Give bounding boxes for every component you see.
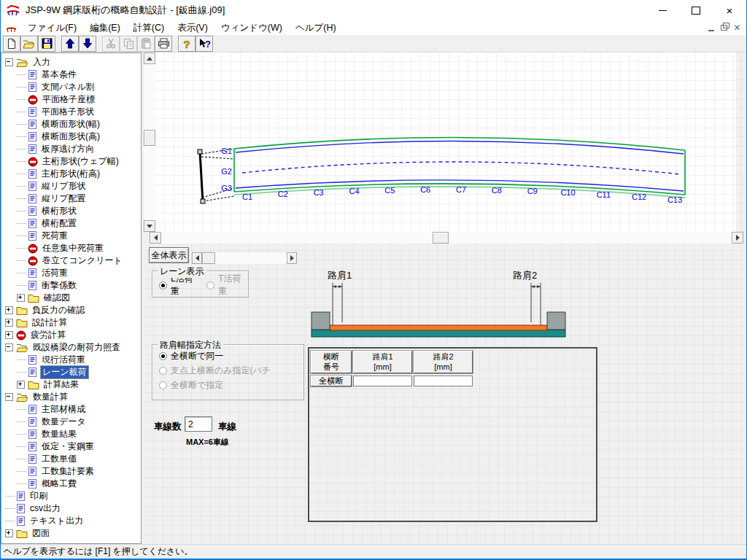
tree-item-label[interactable]: 支間パネル割 [40, 81, 96, 93]
tree-item-label[interactable]: 平面格子形状 [40, 106, 96, 118]
tree-item-label[interactable]: 活荷重 [40, 267, 69, 279]
tree-item-19[interactable]: 確認図 [1, 292, 141, 304]
radio-0[interactable]: 全横断で同一 [159, 350, 303, 362]
tree-item-label[interactable]: csv出力 [28, 502, 62, 515]
tree-item-34[interactable]: 概略工費 [1, 478, 141, 490]
tree-item-24[interactable]: 現行活荷重 [1, 354, 141, 366]
tree-item-1[interactable]: 基本条件 [1, 69, 141, 81]
tree-item-label[interactable]: 横断面形状(高) [40, 131, 101, 143]
tree-item-28[interactable]: 主部材構成 [1, 403, 141, 416]
tree-item-12[interactable]: 横桁形状 [1, 205, 141, 217]
tree-item-37[interactable]: テキスト出力 [1, 515, 141, 527]
tree-item-label[interactable]: 平面格子座標 [41, 93, 96, 106]
tree-item-label[interactable]: 数量計算 [31, 391, 69, 403]
tree-item-label[interactable]: 死荷重 [40, 230, 69, 242]
tree-item-label[interactable]: 縦リブ形状 [40, 180, 88, 192]
scroll-down-button[interactable] [144, 220, 155, 232]
tree-item-20[interactable]: 負反力の確認 [1, 304, 141, 316]
maximize-button[interactable] [679, 0, 713, 20]
menu-item-1[interactable]: 編集(E) [83, 20, 127, 36]
tree-item-5[interactable]: 横断面形状(幅) [1, 118, 141, 131]
fit-view-button[interactable]: 全体表示 [149, 247, 189, 263]
lane-count-input[interactable] [185, 416, 212, 432]
tree-item-38[interactable]: 図面 [1, 527, 141, 540]
bridge-plan-canvas[interactable]: G1G2G3C1C2C3C4C5C6C7C8C9C10C11C12C13 [155, 52, 736, 232]
save-button[interactable] [38, 36, 55, 52]
tree-item-label[interactable]: 任意集中死荷重 [41, 242, 105, 254]
tree-item-label[interactable]: 板厚逃げ方向 [40, 143, 96, 155]
menu-item-4[interactable]: ウィンドウ(W) [214, 20, 289, 36]
radio-button-icon[interactable] [159, 352, 167, 360]
tree-item-8[interactable]: 主桁形状(ウェブ幅) [1, 155, 141, 168]
print-button[interactable] [155, 36, 172, 52]
tree-item-3[interactable]: 平面格子座標 [1, 93, 141, 106]
tree-item-label[interactable]: 縦リブ配置 [40, 192, 88, 205]
tree-item-16[interactable]: 巻立てコンクリート [1, 254, 141, 267]
tree-item-2[interactable]: 支間パネル割 [1, 81, 141, 93]
open-button[interactable] [20, 36, 38, 52]
mdi-restore-button[interactable] [718, 23, 730, 33]
radio-button-icon[interactable] [159, 281, 167, 289]
zoom-left-button[interactable] [192, 252, 202, 264]
expand-plus-icon[interactable] [5, 306, 13, 314]
tree-item-label[interactable]: 図面 [31, 527, 51, 540]
collapse-minus-icon[interactable] [5, 58, 13, 66]
tree-item-31[interactable]: 仮定・実鋼重 [1, 440, 141, 453]
radio-0[interactable]: L活荷重 [159, 279, 200, 291]
collapse-minus-icon[interactable] [5, 393, 13, 401]
tree-item-29[interactable]: 数量データ [1, 416, 141, 428]
tree-item-label[interactable]: 数量データ [40, 416, 88, 428]
tree-item-9[interactable]: 主桁形状(桁高) [1, 168, 141, 180]
expand-plus-icon[interactable] [5, 331, 13, 339]
tree-item-label[interactable]: 巻立てコンクリート [41, 254, 124, 267]
tree-item-27[interactable]: 数量計算 [1, 391, 141, 403]
menu-item-3[interactable]: 表示(V) [171, 20, 214, 36]
scroll-right-button[interactable] [732, 232, 743, 244]
zoom-right-button[interactable] [287, 252, 297, 264]
move-down-button[interactable] [79, 36, 96, 52]
tree-item-10[interactable]: 縦リブ形状 [1, 180, 141, 192]
tree-item-label[interactable]: 横桁形状 [40, 205, 78, 217]
tree-item-7[interactable]: 板厚逃げ方向 [1, 143, 141, 155]
move-up-button[interactable] [61, 36, 79, 52]
scroll-up-button[interactable] [144, 52, 155, 64]
tree-item-23[interactable]: 既設橋梁の耐荷力照査 [1, 341, 141, 354]
tree-item-35[interactable]: 印刷 [1, 490, 141, 502]
tree-item-0[interactable]: 入力 [1, 56, 141, 69]
tree-item-33[interactable]: 工数集計要素 [1, 465, 141, 478]
mdi-minimize-button[interactable] [705, 23, 717, 33]
tree-item-17[interactable]: 活荷重 [1, 267, 141, 279]
horizontal-scroll-thumb[interactable] [433, 232, 449, 244]
tree-item-label[interactable]: 既設橋梁の耐荷力照査 [31, 341, 122, 354]
tree-item-label[interactable]: 主桁形状(ウェブ幅) [41, 155, 120, 168]
menu-item-2[interactable]: 計算(C) [127, 20, 171, 36]
tree-item-label[interactable]: 工数単価 [40, 453, 78, 465]
tree-item-25[interactable]: レーン載荷 [1, 366, 141, 378]
menu-item-5[interactable]: ヘルプ(H) [289, 20, 343, 36]
tree-item-4[interactable]: 平面格子形状 [1, 106, 141, 118]
new-button[interactable] [3, 36, 20, 52]
tree-item-30[interactable]: 数量結果 [1, 428, 141, 440]
menu-item-0[interactable]: ファイル(F) [21, 20, 83, 36]
tree-item-label[interactable]: 仮定・実鋼重 [40, 440, 96, 453]
zoom-thumb[interactable] [202, 252, 215, 264]
collapse-minus-icon[interactable] [5, 343, 13, 351]
tree-item-label[interactable]: 数量結果 [40, 428, 78, 440]
mdi-close-button[interactable]: ✕ [731, 23, 743, 33]
tree-item-6[interactable]: 横断面形状(高) [1, 131, 141, 143]
expand-plus-icon[interactable] [17, 294, 25, 302]
tree-item-label[interactable]: 印刷 [28, 490, 49, 502]
tree-item-label[interactable]: 主桁形状(桁高) [40, 168, 101, 180]
help-button[interactable]: ? [178, 36, 196, 52]
tree-item-22[interactable]: 疲労計算 [1, 329, 141, 341]
tree-item-11[interactable]: 縦リブ配置 [1, 192, 141, 205]
tree-item-21[interactable]: 設計計算 [1, 316, 141, 329]
tree-item-label[interactable]: 横断面形状(幅) [40, 118, 101, 131]
context-help-button[interactable]: ? [196, 36, 213, 52]
expand-plus-icon[interactable] [17, 381, 25, 389]
tree-item-label[interactable]: テキスト出力 [28, 515, 85, 527]
table-cell[interactable] [414, 376, 473, 386]
tree-item-label[interactable]: 確認図 [42, 292, 71, 304]
minimize-button[interactable] [646, 0, 679, 20]
tree-item-32[interactable]: 工数単価 [1, 453, 141, 465]
